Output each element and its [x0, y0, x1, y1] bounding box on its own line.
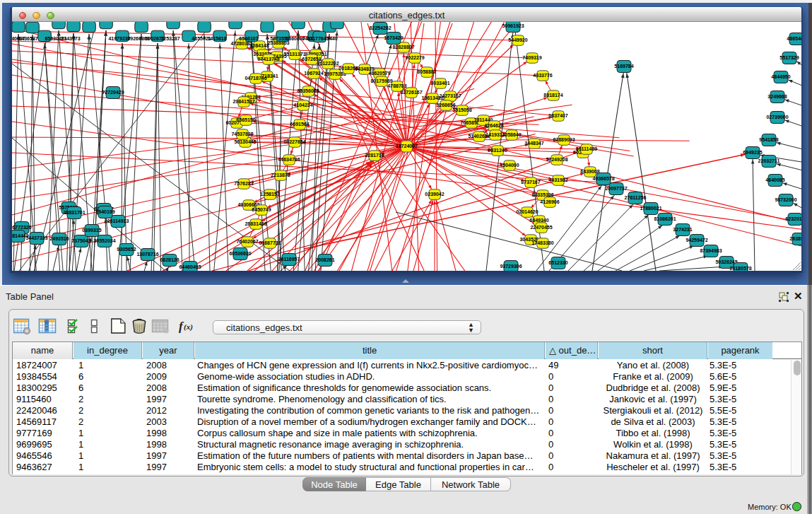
- svg-text:24180578: 24180578: [729, 266, 751, 271]
- svg-text:93729306: 93729306: [500, 264, 522, 269]
- svg-text:27611256: 27611256: [625, 195, 647, 200]
- svg-text:76122202: 76122202: [317, 61, 339, 66]
- svg-text:8737167: 8737167: [521, 180, 540, 185]
- svg-text:29841537: 29841537: [233, 99, 254, 104]
- svg-text:02014620: 02014620: [516, 209, 538, 214]
- svg-text:56130445: 56130445: [234, 139, 256, 144]
- svg-text:08227654: 08227654: [283, 139, 305, 144]
- svg-text:1258153: 1258153: [260, 192, 279, 197]
- svg-text:4333776: 4333776: [533, 73, 552, 78]
- svg-text:8058887: 8058887: [417, 69, 436, 74]
- svg-text:4640085: 4640085: [765, 177, 784, 182]
- svg-text:76402067: 76402067: [236, 239, 258, 244]
- svg-text:22470455: 22470455: [530, 225, 552, 230]
- svg-text:6849340: 6849340: [529, 218, 548, 223]
- svg-text:85356068: 85356068: [297, 88, 319, 93]
- svg-text:4104234: 4104234: [293, 103, 312, 107]
- svg-text:3448347: 3448347: [524, 141, 543, 146]
- svg-text:38831701: 38831701: [63, 210, 85, 215]
- svg-text:6512330: 6512330: [548, 260, 567, 265]
- svg-text:6450749: 6450749: [252, 207, 271, 212]
- svg-text:6949235: 6949235: [743, 150, 762, 155]
- svg-text:0831240: 0831240: [488, 148, 507, 153]
- svg-text:81086201: 81086201: [654, 216, 676, 221]
- svg-text:14365370: 14365370: [18, 36, 40, 41]
- svg-text:4844950: 4844950: [771, 74, 790, 79]
- svg-text:6772326: 6772326: [12, 225, 31, 230]
- svg-text:5169784: 5169784: [614, 64, 633, 69]
- svg-text:84335326: 84335326: [531, 192, 553, 197]
- svg-text:6828126: 6828126: [160, 257, 179, 262]
- svg-text:07413748: 07413748: [257, 57, 279, 62]
- svg-text:49366578: 49366578: [592, 176, 614, 181]
- svg-text:28831436: 28831436: [245, 221, 266, 226]
- svg-text:13078716: 13078716: [136, 252, 158, 257]
- svg-text:4504000: 4504000: [500, 163, 519, 168]
- svg-text:(x): (x): [184, 322, 193, 332]
- svg-text:7343373: 7343373: [61, 36, 80, 41]
- svg-text:8033401: 8033401: [430, 81, 449, 86]
- svg-text:87394983: 87394983: [700, 248, 722, 253]
- svg-text:6565150: 6565150: [236, 117, 255, 122]
- svg-text:4126906: 4126906: [540, 199, 559, 204]
- svg-text:54437323: 54437323: [25, 235, 47, 240]
- svg-text:6546107: 6546107: [239, 36, 258, 41]
- svg-text:3268656: 3268656: [436, 103, 455, 107]
- svg-text:1673420: 1673420: [384, 35, 403, 40]
- svg-text:2008261: 2008261: [315, 257, 334, 262]
- svg-text:80175989: 80175989: [370, 78, 392, 83]
- svg-text:4865465: 4865465: [787, 36, 801, 41]
- svg-text:30552034: 30552034: [93, 238, 115, 243]
- svg-text:7409319: 7409319: [522, 55, 541, 60]
- svg-text:4264628: 4264628: [484, 123, 503, 128]
- svg-text:2493516: 2493516: [49, 236, 69, 241]
- svg-text:7375043: 7375043: [71, 238, 90, 243]
- svg-text:64460495: 64460495: [179, 264, 201, 269]
- svg-text:72720429: 72720429: [102, 90, 124, 95]
- svg-text:4788783: 4788783: [387, 83, 406, 88]
- svg-text:86111489: 86111489: [576, 146, 597, 151]
- svg-text:74537838: 74537838: [231, 132, 253, 136]
- svg-text:7940199: 7940199: [95, 209, 114, 214]
- svg-text:1253287: 1253287: [160, 36, 180, 41]
- svg-text:94259472: 94259472: [686, 238, 707, 243]
- svg-text:2281718: 2281718: [365, 153, 384, 158]
- svg-text:7058649: 7058649: [502, 132, 521, 137]
- svg-text:8818174: 8818174: [543, 93, 563, 98]
- svg-text:82828807: 82828807: [392, 45, 414, 49]
- svg-text:22032711: 22032711: [758, 158, 780, 163]
- svg-text:26114913: 26114913: [107, 218, 129, 223]
- svg-text:55131373: 55131373: [283, 52, 305, 57]
- svg-text:20097737: 20097737: [605, 186, 627, 191]
- svg-text:2638986: 2638986: [789, 236, 801, 241]
- svg-text:1067924: 1067924: [304, 71, 323, 76]
- svg-text:24273167: 24273167: [439, 93, 461, 98]
- svg-text:82254282: 82254282: [369, 25, 391, 30]
- svg-text:7576283: 7576283: [234, 181, 253, 186]
- svg-text:6232010: 6232010: [785, 216, 801, 221]
- svg-text:0399315: 0399315: [82, 228, 101, 233]
- svg-text:8084148: 8084148: [249, 43, 269, 48]
- svg-text:5449920: 5449920: [508, 37, 527, 42]
- svg-text:3274231: 3274231: [673, 227, 692, 232]
- svg-text:6691564: 6691564: [290, 122, 309, 127]
- svg-text:9305652: 9305652: [117, 247, 136, 252]
- svg-text:48620579: 48620579: [368, 71, 390, 76]
- svg-text:98732000: 98732000: [775, 197, 796, 202]
- svg-text:2213878: 2213878: [271, 173, 290, 177]
- svg-text:1415618: 1415618: [207, 36, 226, 41]
- svg-text:44634786: 44634786: [278, 157, 300, 162]
- svg-text:9022279: 9022279: [405, 55, 424, 60]
- svg-text:60536630: 60536630: [229, 251, 251, 256]
- svg-text:17880021: 17880021: [640, 206, 661, 211]
- svg-text:50961923: 50961923: [502, 23, 524, 28]
- svg-text:83726167: 83726167: [400, 90, 422, 95]
- svg-text:18724007: 18724007: [396, 144, 418, 148]
- svg-text:04718746: 04718746: [245, 76, 266, 81]
- svg-text:57249208: 57249208: [546, 157, 567, 162]
- svg-text:02739000: 02739000: [766, 115, 788, 119]
- svg-text:5517329: 5517329: [779, 55, 799, 60]
- svg-text:0239042: 0239042: [425, 192, 444, 197]
- svg-text:4431982: 4431982: [548, 177, 567, 182]
- svg-text:0837407: 0837407: [548, 113, 567, 118]
